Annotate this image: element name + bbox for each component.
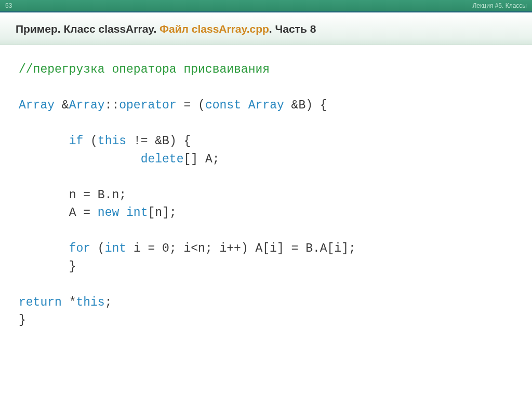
code-eq-open: = (	[184, 99, 205, 112]
code-this-kw-2: this	[76, 296, 104, 309]
code-amp-b: &B) {	[291, 99, 327, 112]
code-new-kw: new	[98, 206, 126, 219]
code-a-prefix: A =	[69, 206, 98, 219]
code-star: *	[69, 296, 76, 309]
slide-title: Пример. Класс classArray. Файл classArra…	[0, 12, 532, 45]
code-semicolon: ;	[105, 296, 112, 309]
code-close-brace-1: }	[69, 260, 76, 273]
code-type-array: Array	[19, 99, 62, 112]
code-int-kw-2: int	[105, 242, 134, 255]
code-operator-kw: operator	[119, 99, 183, 112]
title-part-2: . Часть 8	[269, 23, 316, 35]
code-if-open: (	[90, 134, 98, 148]
lecture-label: Лекция #5. Классы	[472, 0, 527, 11]
code-new-rest: [n];	[148, 206, 176, 219]
title-part-1: Пример. Класс classArray.	[16, 23, 159, 35]
code-delete-rest: [] A;	[183, 153, 219, 166]
code-if-kw: if	[69, 134, 90, 148]
code-amp: &	[62, 99, 69, 112]
code-type-array-3: Array	[248, 99, 291, 112]
page-number: 53	[5, 0, 12, 11]
code-block: //перегрузка оператора присваивания Arra…	[0, 45, 532, 345]
code-for-kw: for	[69, 242, 98, 255]
code-for-rest: i = 0; i<n; i++) A[i] = B.A[i];	[134, 242, 356, 255]
slide: 53 Лекция #5. Классы Пример. Класс class…	[0, 0, 532, 398]
code-scope: ::	[105, 99, 119, 112]
code-const-kw: const	[205, 99, 248, 112]
code-this-kw: this	[98, 134, 134, 148]
code-if-cond: != &B) {	[134, 134, 191, 148]
code-type-array-2: Array	[69, 99, 105, 112]
code-comment: //перегрузка оператора присваивания	[19, 63, 270, 76]
header-bar: 53 Лекция #5. Классы	[0, 0, 532, 12]
code-for-open: (	[98, 242, 105, 255]
code-close-brace-2: }	[19, 313, 26, 327]
code-delete-kw: delete	[141, 153, 184, 166]
code-return-kw: return	[19, 296, 69, 309]
title-accent: Файл classArray.cpp	[159, 23, 269, 35]
code-n-assign: n = B.n;	[69, 188, 126, 202]
code-int-kw: int	[126, 206, 148, 219]
